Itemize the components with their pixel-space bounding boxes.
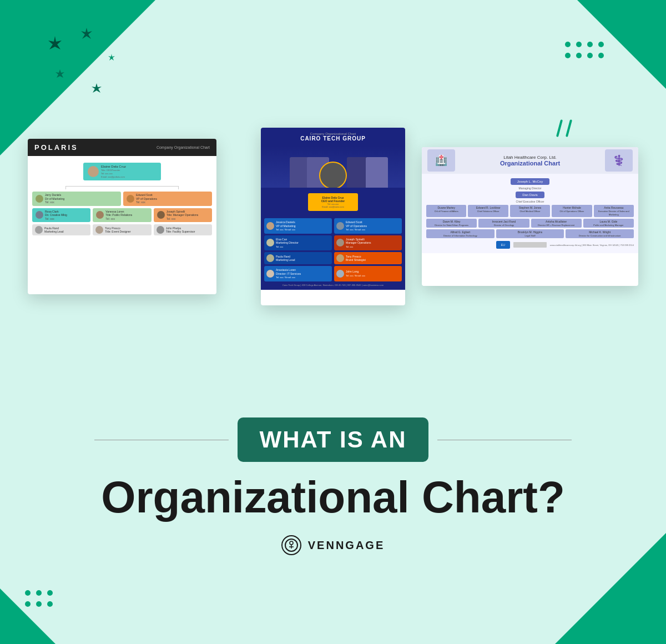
divider-row: WHAT IS AN — [94, 417, 572, 462]
cairo-node-edward: Edward ScottVP of OperationsTel: xxx / E… — [334, 218, 402, 234]
utah-illus-right: ⚕️ — [605, 149, 633, 172]
what-is-badge: WHAT IS AN — [238, 417, 429, 462]
utah-node-innocent: Innocent Jaci RandDirector of Oncology — [478, 219, 529, 228]
cairo-node-anastasia: Anastasia LorenDirector: IT ServicesTel:… — [264, 266, 332, 281]
utah-node-joseph: Joseph L. McCoy — [511, 178, 549, 185]
utah-node-anita: Anita RousseauExecutive Director of Sale… — [594, 205, 634, 217]
venngage-name: VENNGAGE — [308, 539, 385, 552]
polaris-node-edward: Edward ScottVP of OperationsTel: xxx — [123, 192, 212, 206]
utah-node-brooklyn: Brooklyn M. HigginsLegal Staff — [496, 229, 564, 238]
cairo-photo-area — [261, 146, 405, 188]
cairo-node-jessica: Jessica DanielsVP of MarketingTel: xxx /… — [264, 218, 332, 234]
main-content: POLARIS Company Organizational Chart Ela… — [0, 0, 666, 644]
cairo-body: Jessica DanielsVP of MarketingTel: xxx /… — [261, 213, 405, 290]
utah-footer: EU www.utahhealthcarecorp.ltd.org | 666 … — [426, 241, 634, 249]
polaris-subtitle: Company Organizational Chart — [157, 145, 210, 149]
polaris-top-name: Elaine Dela CruzTitle: CEO/FounderTel: x… — [101, 165, 126, 178]
utah-illus-left: 🏥 — [427, 149, 455, 172]
divider-left — [94, 440, 229, 440]
polaris-node-rosa: Rosa ClarkDir. Creative MktgTel: xxx — [32, 208, 90, 223]
polaris-top-node: Elaine Dela CruzTitle: CEO/FounderTel: x… — [83, 163, 161, 180]
utah-node-michael: Michael K. WrightDirector for Constructi… — [566, 229, 634, 238]
text-section: WHAT IS AN Organizational Chart? VENNGAG… — [0, 417, 666, 555]
cairo-top-node-wrapper: Elaine Dela CruzCEO and Founder Tel: xxx… — [261, 188, 405, 213]
polaris-node-paula: Paula RandMarketing Lead — [32, 224, 90, 235]
cairo-ceo-node: Elaine Dela CruzCEO and Founder Tel: xxx… — [308, 193, 358, 211]
cairo-node-joseph: Joseph SpinelliManager OperationsTel: xx… — [334, 235, 402, 251]
utah-node-hunter: Hunter MchaleChl of Operations Officer — [552, 205, 592, 217]
polaris-node-joseph: Joseph SpinelliTitle: Manager Operations… — [154, 208, 212, 223]
cairo-row-2: Elsa CanMarketing DirectorTel: xxx Josep… — [264, 235, 402, 251]
cairo-header: Company Organizational Chart CAIRO TECH … — [261, 128, 405, 146]
what-is-text: WHAT IS AN — [260, 426, 407, 452]
polaris-body: Elaine Dela CruzTitle: CEO/FounderTel: x… — [28, 156, 216, 242]
utah-node-artisha: Artisha McallisterDirector HR + Revenue … — [531, 219, 582, 228]
utah-node-dan: Dan Davis — [516, 192, 544, 198]
main-heading: Organizational Chart? — [101, 473, 565, 522]
utah-footer-url: www.utahhealthcarecorp.ltd.org | 666 Mai… — [550, 244, 634, 246]
venngage-logo-icon — [281, 535, 301, 555]
utah-node-alfred: Alfred G. EgbertDirector of Information … — [426, 229, 495, 238]
charts-section: POLARIS Company Organizational Chart Ela… — [0, 17, 666, 339]
utah-third-row: Dawn M. KileyDirector for State/Urban Pr… — [426, 219, 634, 228]
utah-chart-card: 🏥 Litah Healthcare Corp. Ltd. Organizati… — [422, 147, 638, 286]
utah-second-row: Duane MarteyChl of Finance all Affairs E… — [426, 205, 634, 217]
polaris-second-row: Jerry DanielsDir of MarketingTel: xxx Ed… — [32, 192, 212, 206]
utah-illustration-bar: 🏥 Litah Healthcare Corp. Ltd. Organizati… — [422, 147, 638, 174]
polaris-node-vanessa: Vanessa LorenTitle: Public RelationsTel:… — [93, 208, 151, 223]
utah-node-edward2: Edward R. LocklearChief Solutions Office… — [468, 205, 508, 217]
divider-right — [437, 440, 572, 440]
cairo-node-paula: Paula RandMarketing Lead — [264, 252, 332, 264]
utah-node-dawn: Dawn M. KileyDirector for State/Urban Pr… — [426, 219, 477, 228]
utah-footer-bar — [513, 242, 547, 248]
polaris-third-row: Rosa ClarkDir. Creative MktgTel: xxx Van… — [32, 208, 212, 223]
polaris-logo: POLARIS — [34, 143, 78, 152]
cairo-company-name: CAIRO TECH GROUP — [265, 135, 401, 142]
cairo-footer: Cairo Tech Group | 459 College Avenue, S… — [264, 284, 402, 286]
polaris-node-tony: Tony PrescoTitle: Event Designer — [93, 224, 151, 235]
polaris-chart-card: POLARIS Company Organizational Chart Ela… — [28, 139, 216, 294]
polaris-node-jerry: Jerry DanielsDir of MarketingTel: xxx — [32, 192, 121, 206]
utah-fourth-row: Alfred G. EgbertDirector of Information … — [426, 229, 634, 238]
cairo-node-elsa: Elsa CanMarketing DirectorTel: xxx — [264, 235, 332, 251]
utah-dan-title: Chief Executive Officer — [516, 200, 544, 203]
cairo-node-tony: Tony PrescoBrand Strategist — [334, 252, 402, 264]
utah-body: Joseph L. McCoy Managing Director Dan Da… — [422, 174, 638, 253]
cairo-row-3: Paula RandMarketing Lead Tony PrescoBran… — [264, 252, 402, 264]
utah-node-stephen: Stephen M. JonesChief Medical Officer — [510, 205, 550, 217]
svg-point-1 — [290, 541, 293, 545]
utah-logo-eu: EU — [496, 241, 510, 249]
cairo-node-john: John LongTel: xxx / Email: xxx — [334, 266, 402, 281]
polaris-node-john: John PhelpsTitle: Facility Supervisor — [154, 224, 212, 235]
utah-joseph-title: Managing Director — [519, 187, 542, 190]
utah-company-name: Litah Healthcare Corp. Ltd. — [500, 155, 560, 160]
utah-title-block: Litah Healthcare Corp. Ltd. Organization… — [500, 155, 560, 167]
cairo-row-1: Jessica DanielsVP of MarketingTel: xxx /… — [264, 218, 402, 234]
utah-node-laura: Laura M. GidePublic and Marketing Manage… — [583, 219, 634, 228]
utah-top-level: Joseph L. McCoy Managing Director Dan Da… — [426, 178, 634, 203]
cairo-row-4: Anastasia LorenDirector: IT ServicesTel:… — [264, 266, 402, 281]
venngage-brand: VENNGAGE — [281, 535, 385, 555]
polaris-fourth-row: Paula RandMarketing Lead Tony PrescoTitl… — [32, 224, 212, 235]
cairo-chart-card: Company Organizational Chart CAIRO TECH … — [261, 128, 405, 305]
polaris-header: POLARIS Company Organizational Chart — [28, 139, 216, 156]
polaris-top-avatar — [88, 166, 99, 177]
utah-chart-subtitle: Organizational Chart — [500, 160, 560, 167]
utah-node-duane: Duane MarteyChl of Finance all Affairs — [426, 205, 466, 217]
